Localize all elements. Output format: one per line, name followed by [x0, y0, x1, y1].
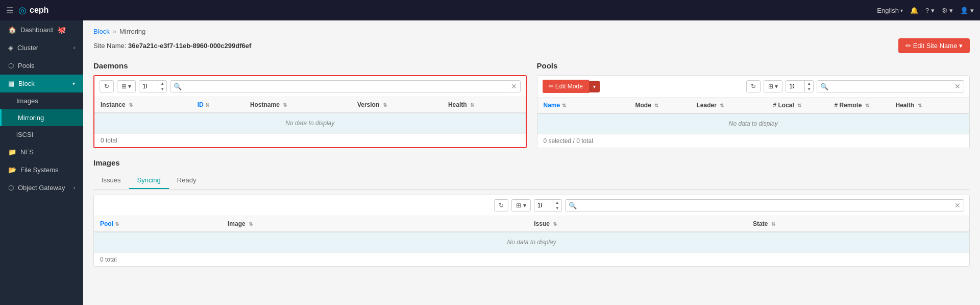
col-mode[interactable]: Mode ⇅ — [629, 98, 691, 113]
pools-no-data: No data to display — [537, 113, 970, 134]
sidebar-item-label: Cluster — [17, 44, 38, 52]
breadcrumb-parent[interactable]: Block — [93, 28, 110, 35]
col-id[interactable]: ID ⇅ — [191, 97, 244, 113]
col-issue[interactable]: Issue ⇅ — [528, 216, 747, 232]
sidebar-item-label: NFS — [20, 148, 34, 156]
sidebar-item-dashboard[interactable]: 🏠 Dashboard 🐙 — [0, 20, 83, 39]
sections-row: Daemons ↻ ⊞ ▾ ▲ ▼ 🔍 ✕ — [93, 61, 970, 148]
dashboard-emoji: 🐙 — [57, 26, 66, 34]
images-search-clear[interactable]: ✕ — [954, 201, 961, 209]
col-health[interactable]: Health ⇅ — [890, 98, 970, 113]
site-name-value: 36e7a21c-e3f7-11eb-8960-000c299df6ef — [128, 42, 251, 50]
sidebar-item-label: File Systems — [20, 166, 58, 174]
edit-mode-group: ✏ Edit Mode ▾ — [543, 80, 600, 93]
daemons-no-data: No data to display — [94, 113, 526, 133]
site-name-label: Site Name: — [93, 42, 126, 50]
tab-syncing[interactable]: Syncing — [129, 172, 169, 189]
daemons-per-page-input[interactable] — [139, 81, 158, 92]
col-leader[interactable]: Leader ⇅ — [691, 98, 767, 113]
sidebar-item-filesystems[interactable]: 📂 File Systems — [0, 161, 83, 179]
col-name[interactable]: Name ⇅ — [537, 98, 629, 113]
breadcrumb: Block » Mirroring — [93, 28, 970, 35]
images-section: Images Issues Syncing Ready ↻ ⊞ ▾ ▲ ▼ � — [93, 158, 970, 267]
daemons-footer: 0 total — [94, 133, 526, 147]
filesystems-icon: 📂 — [8, 166, 16, 174]
sidebar-item-label: Dashboard — [20, 26, 53, 34]
pools-per-page-up[interactable]: ▲ — [805, 81, 813, 86]
col-image[interactable]: Image ⇅ — [222, 216, 528, 232]
sidebar-item-images[interactable]: Images — [0, 92, 83, 109]
notifications-bell[interactable]: 🔔 — [910, 7, 918, 14]
sidebar-item-label: Object Gateway — [18, 184, 65, 192]
col-instance[interactable]: Instance ⇅ — [94, 97, 191, 113]
images-per-page: ▲ ▼ — [534, 199, 562, 212]
pools-search-input[interactable] — [828, 81, 954, 92]
edit-mode-dropdown[interactable]: ▾ — [589, 81, 600, 92]
col-version[interactable]: Version ⇅ — [351, 97, 442, 113]
hamburger-icon[interactable]: ☰ — [6, 6, 13, 15]
site-name-row: Site Name: 36e7a21c-e3f7-11eb-8960-000c2… — [93, 38, 970, 53]
sidebar-item-label: Mirroring — [18, 114, 44, 122]
pools-search-clear[interactable]: ✕ — [954, 82, 961, 90]
user-icon[interactable]: 👤 ▾ — [960, 7, 974, 14]
pools-footer: 0 selected / 0 total — [537, 134, 970, 148]
sidebar-item-iscsi[interactable]: iSCSI — [0, 126, 83, 143]
images-refresh-button[interactable]: ↻ — [494, 199, 508, 212]
images-columns-button[interactable]: ⊞ ▾ — [511, 199, 530, 212]
daemons-search-input[interactable] — [182, 81, 510, 92]
daemons-section: Daemons ↻ ⊞ ▾ ▲ ▼ 🔍 ✕ — [93, 61, 527, 148]
col-hostname[interactable]: Hostname ⇅ — [244, 97, 351, 113]
sidebar-item-block[interactable]: ▦ Block ▾ — [0, 75, 83, 92]
pools-per-page-down[interactable]: ▼ — [805, 86, 813, 92]
pools-columns-button[interactable]: ⊞ ▾ — [764, 80, 782, 92]
tab-ready[interactable]: Ready — [169, 172, 205, 189]
daemons-search: 🔍 ✕ — [170, 80, 520, 92]
col-health[interactable]: Health ⇅ — [442, 97, 526, 113]
pools-refresh-button[interactable]: ↻ — [746, 80, 761, 92]
breadcrumb-separator: » — [113, 28, 116, 35]
col-local[interactable]: # Local ⇅ — [767, 98, 828, 113]
sidebar-item-cluster[interactable]: ◈ Cluster › — [0, 39, 83, 57]
daemons-columns-button[interactable]: ⊞ ▾ — [117, 80, 136, 92]
sidebar-item-objectgateway[interactable]: ⬡ Object Gateway › — [0, 179, 83, 197]
images-search-input[interactable] — [577, 200, 954, 211]
daemons-per-page-down[interactable]: ▼ — [158, 86, 166, 92]
daemons-per-page-up[interactable]: ▲ — [158, 81, 166, 86]
language-selector[interactable]: English ▾ — [877, 7, 903, 14]
images-table: Pool ⇅ Image ⇅ Issue ⇅ State ⇅ No data t… — [94, 216, 969, 252]
edit-mode-button[interactable]: ✏ Edit Mode — [543, 80, 589, 93]
sidebar-item-mirroring[interactable]: Mirroring — [0, 109, 83, 126]
images-toolbar: ↻ ⊞ ▾ ▲ ▼ 🔍 ✕ — [94, 195, 969, 216]
pools-per-page: ▲ ▼ — [786, 80, 814, 92]
images-tabs: Issues Syncing Ready — [93, 172, 970, 190]
sidebar-item-label: iSCSI — [16, 131, 33, 138]
site-name-container: Site Name: 36e7a21c-e3f7-11eb-8960-000c2… — [93, 42, 251, 50]
sidebar-item-label: Images — [16, 97, 38, 105]
daemons-table-container: ↻ ⊞ ▾ ▲ ▼ 🔍 ✕ — [93, 75, 527, 148]
sidebar-item-label: Block — [18, 80, 35, 87]
settings-icon[interactable]: ⚙ ▾ — [942, 7, 953, 14]
tab-issues[interactable]: Issues — [93, 172, 129, 189]
objectgateway-icon: ⬡ — [8, 184, 14, 192]
daemons-refresh-button[interactable]: ↻ — [100, 80, 114, 92]
pools-no-data-row: No data to display — [537, 113, 970, 134]
daemons-no-data-row: No data to display — [94, 113, 526, 133]
pools-toolbar: ✏ Edit Mode ▾ ↻ ⊞ ▾ ▲ ▼ 🔍 — [537, 76, 970, 98]
images-per-page-input[interactable] — [534, 200, 553, 211]
pools-table-container: ✏ Edit Mode ▾ ↻ ⊞ ▾ ▲ ▼ 🔍 — [537, 75, 970, 148]
pools-table: Name ⇅ Mode ⇅ Leader ⇅ # Local ⇅ # Remot… — [537, 98, 970, 134]
edit-site-name-button[interactable]: ✏ Edit Site Name ▾ — [898, 38, 970, 53]
images-per-page-up[interactable]: ▲ — [553, 200, 561, 205]
help-icon[interactable]: ? ▾ — [925, 7, 935, 14]
sidebar-item-nfs[interactable]: 📁 NFS — [0, 143, 83, 161]
pools-per-page-input[interactable] — [786, 81, 804, 92]
navbar-right: English ▾ 🔔 ? ▾ ⚙ ▾ 👤 ▾ — [877, 7, 974, 14]
sidebar-item-pools[interactable]: ⬡ Pools — [0, 57, 83, 75]
daemons-search-clear[interactable]: ✕ — [511, 82, 517, 90]
images-per-page-down[interactable]: ▼ — [553, 205, 561, 211]
col-pool[interactable]: Pool ⇅ — [94, 216, 222, 232]
images-header-row: Pool ⇅ Image ⇅ Issue ⇅ State ⇅ — [94, 216, 969, 232]
col-state[interactable]: State ⇅ — [747, 216, 969, 232]
col-remote[interactable]: # Remote ⇅ — [828, 98, 890, 113]
block-arrow: ▾ — [72, 81, 75, 86]
